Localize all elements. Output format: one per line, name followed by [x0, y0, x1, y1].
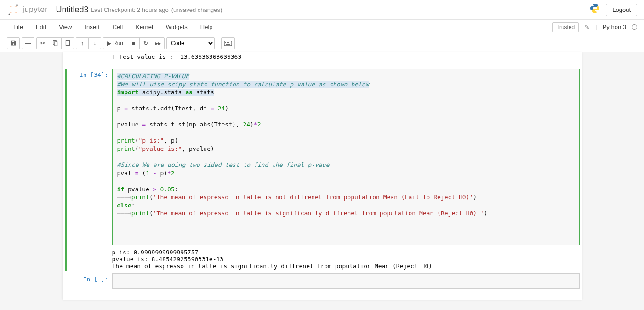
- logo-text: jupyter: [23, 5, 48, 14]
- run-button[interactable]: ▶Run: [103, 37, 127, 49]
- edit-icon[interactable]: ✎: [582, 23, 592, 31]
- add-cell-button[interactable]: [22, 37, 34, 49]
- command-palette-button[interactable]: [221, 37, 235, 49]
- code-cell[interactable]: In [34]: #CALCULATING P-VALUE #We will u…: [65, 69, 580, 271]
- input-prompt: In [ ]:: [67, 273, 112, 289]
- notebook-area: T Test value is : 13.63636363636363 In […: [0, 52, 644, 310]
- menubar: File Edit View Insert Cell Kernel Widget…: [0, 20, 644, 34]
- restart-button[interactable]: ↻: [139, 37, 152, 49]
- notebook-container: T Test value is : 13.63636363636363 In […: [63, 52, 582, 300]
- cell-type-select[interactable]: Code: [166, 37, 215, 49]
- input-prompt: In [34]:: [67, 69, 112, 271]
- svg-rect-6: [66, 41, 69, 46]
- menu-help[interactable]: Help: [194, 21, 219, 33]
- svg-point-3: [596, 11, 597, 12]
- trusted-badge[interactable]: Trusted: [552, 22, 579, 32]
- kernel-indicator-icon[interactable]: [632, 24, 637, 30]
- copy-button[interactable]: [49, 37, 62, 49]
- jupyter-icon: [7, 3, 20, 16]
- svg-rect-8: [224, 41, 232, 46]
- move-down-button[interactable]: ↓: [88, 37, 101, 49]
- menu-insert[interactable]: Insert: [78, 21, 106, 33]
- svg-point-1: [9, 14, 10, 15]
- cut-button[interactable]: ✂: [36, 37, 49, 49]
- svg-rect-7: [67, 40, 68, 41]
- paste-button[interactable]: [61, 37, 74, 49]
- cell-output: p is: 0.9999999999995757 pvalue is: 8.48…: [112, 245, 580, 271]
- svg-rect-12: [226, 44, 230, 45]
- notebook-title[interactable]: Untitled3: [56, 5, 89, 15]
- python-icon: [589, 3, 600, 17]
- code-cell[interactable]: In [ ]:: [67, 273, 580, 289]
- checkpoint-text: Last Checkpoint: 2 hours ago: [91, 6, 169, 13]
- jupyter-logo[interactable]: jupyter: [7, 3, 48, 16]
- prev-output: T Test value is : 13.63636363636363: [63, 52, 582, 69]
- menu-widgets[interactable]: Widgets: [160, 21, 194, 33]
- menu-cell[interactable]: Cell: [106, 21, 129, 33]
- svg-point-2: [593, 5, 594, 6]
- menu-kernel[interactable]: Kernel: [129, 21, 160, 33]
- menu-file[interactable]: File: [7, 21, 29, 33]
- svg-rect-11: [228, 42, 229, 43]
- code-input[interactable]: [112, 273, 580, 289]
- interrupt-button[interactable]: ■: [127, 37, 140, 49]
- svg-rect-10: [227, 42, 228, 43]
- kernel-name[interactable]: Python 3: [601, 23, 628, 30]
- toolbar: ✂ ↑ ↓ ▶Run ■ ↻ ▸▸ Code: [0, 34, 644, 52]
- menu-view[interactable]: View: [52, 21, 78, 33]
- notebook-header: jupyter Untitled3 Last Checkpoint: 2 hou…: [0, 0, 644, 20]
- restart-run-all-button[interactable]: ▸▸: [152, 37, 165, 49]
- svg-rect-9: [225, 42, 226, 43]
- code-input[interactable]: #CALCULATING P-VALUE #We will uise scipy…: [112, 69, 580, 245]
- move-up-button[interactable]: ↑: [76, 37, 89, 49]
- svg-point-0: [16, 4, 18, 6]
- svg-rect-5: [54, 42, 57, 46]
- save-button[interactable]: [7, 37, 20, 49]
- unsaved-text: (unsaved changes): [171, 6, 222, 13]
- logout-button[interactable]: Logout: [606, 4, 637, 16]
- menu-edit[interactable]: Edit: [29, 21, 52, 33]
